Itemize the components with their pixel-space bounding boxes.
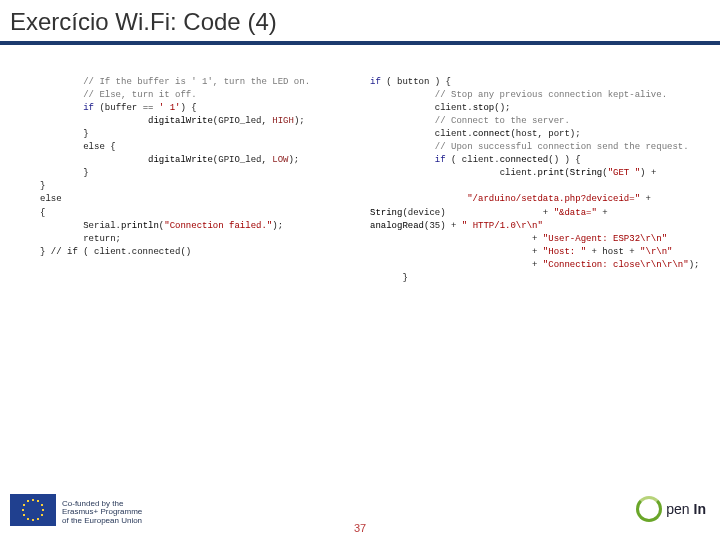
code-line: } bbox=[40, 168, 89, 178]
code-line: // Connect to the server. bbox=[370, 116, 570, 126]
code-block: // If the buffer is ' 1', turn the LED o… bbox=[0, 45, 720, 63]
code-line: digitalWrite(GPIO_led, HIGH); bbox=[40, 116, 305, 126]
code-line: } bbox=[370, 273, 408, 283]
openin-logo: pen In bbox=[636, 496, 706, 522]
code-line: if (buffer == ' 1') { bbox=[40, 103, 197, 113]
cofunded-label: Co-funded by the Erasmus+ Programme of t… bbox=[62, 500, 142, 526]
code-line: if ( button ) { bbox=[370, 77, 451, 87]
slide-footer: Co-funded by the Erasmus+ Programme of t… bbox=[0, 470, 720, 540]
code-line: client.stop(); bbox=[370, 103, 510, 113]
code-line: + "User-Agent: ESP32\r\n" bbox=[370, 234, 667, 244]
openin-text: pen In bbox=[666, 501, 706, 517]
code-line: "/arduino/setdata.php?deviceid=" + bbox=[370, 194, 651, 204]
code-line: analogRead(35) + " HTTP/1.0\r\n" bbox=[370, 221, 543, 231]
code-line: // If the buffer is ' 1', turn the LED o… bbox=[40, 77, 310, 87]
code-column-right: if ( button ) { // Stop any previous con… bbox=[370, 63, 710, 298]
code-line: } bbox=[40, 181, 45, 191]
code-line: else bbox=[40, 194, 62, 204]
code-line: String(device) + "&data=" + bbox=[370, 208, 608, 218]
code-line: // Upon successful connection send the r… bbox=[370, 142, 689, 152]
eu-flag-icon bbox=[10, 494, 56, 526]
code-line: client.print(String("GET ") + bbox=[370, 168, 656, 178]
code-line: // Else, turn it off. bbox=[40, 90, 197, 100]
code-line: { bbox=[40, 208, 45, 218]
code-line: client.connect(host, port); bbox=[370, 129, 581, 139]
page-title: Exercício Wi.Fi: Code (4) bbox=[0, 0, 720, 45]
code-line: + "Host: " + host + "\r\n" bbox=[370, 247, 672, 257]
code-line: // Stop any previous connection kept-ali… bbox=[370, 90, 667, 100]
code-line: + "Connection: close\r\n\r\n"); bbox=[370, 260, 699, 270]
code-line: Serial.println("Connection failed."); bbox=[40, 221, 283, 231]
code-line: } // if ( client.connected() bbox=[40, 247, 191, 257]
code-line: if ( client.connected() ) { bbox=[370, 155, 581, 165]
code-line: } bbox=[40, 129, 89, 139]
page-number: 37 bbox=[354, 522, 366, 534]
code-line: return; bbox=[40, 234, 121, 244]
eu-stars-icon bbox=[23, 500, 43, 520]
code-line: digitalWrite(GPIO_led, LOW); bbox=[40, 155, 299, 165]
code-line: else { bbox=[40, 142, 116, 152]
openin-o-icon bbox=[636, 496, 662, 522]
code-column-left: // If the buffer is ' 1', turn the LED o… bbox=[40, 63, 370, 272]
